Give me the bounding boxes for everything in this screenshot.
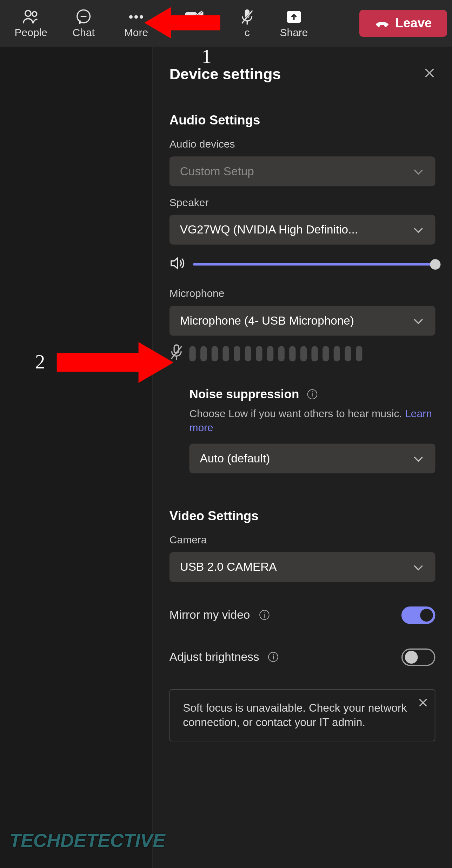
camera-label: Camera <box>170 534 436 546</box>
info-icon[interactable]: i <box>307 389 317 399</box>
speaker-value: VG27WQ (NVIDIA High Definitio... <box>180 223 358 236</box>
chat-label: Chat <box>72 27 94 39</box>
close-panel-button[interactable] <box>424 67 435 82</box>
left-empty-area <box>0 47 153 868</box>
chevron-down-icon <box>413 560 425 574</box>
chat-icon <box>75 8 92 25</box>
noise-suppression-desc: Choose Low if you want others to hear mu… <box>189 407 435 435</box>
chat-button[interactable]: Chat <box>57 8 110 39</box>
watermark: TECHDETECTIVE <box>9 830 165 852</box>
share-button[interactable]: Share <box>268 8 320 39</box>
microphone-label: Microphone <box>170 288 436 300</box>
noise-suppression-title: Noise suppression <box>189 387 299 401</box>
chevron-down-icon <box>413 223 425 236</box>
audio-devices-value: Custom Setup <box>180 165 254 178</box>
adjust-brightness-label: Adjust brightness <box>170 650 259 664</box>
panel-title: Device settings <box>170 65 281 83</box>
speaker-volume-icon <box>170 256 185 273</box>
chevron-down-icon <box>413 165 425 178</box>
device-settings-panel: Device settings Audio Settings Audio dev… <box>153 47 452 868</box>
audio-section-title: Audio Settings <box>170 113 436 128</box>
slider-thumb[interactable] <box>430 259 440 270</box>
noise-suppression-dropdown[interactable]: Auto (default) <box>189 443 435 473</box>
mirror-video-toggle[interactable] <box>401 606 436 624</box>
svg-point-1 <box>32 11 37 16</box>
adjust-brightness-toggle[interactable] <box>401 648 436 666</box>
mic-off-icon <box>241 8 254 25</box>
speaker-dropdown[interactable]: VG27WQ (NVIDIA High Definitio... <box>170 215 436 245</box>
svg-point-0 <box>25 10 31 16</box>
mirror-video-label: Mirror my video <box>170 608 250 622</box>
people-icon <box>22 8 40 25</box>
hangup-icon <box>374 19 390 28</box>
svg-marker-23 <box>57 342 174 383</box>
annotation-label-1: 1 <box>201 46 211 68</box>
leave-button[interactable]: Leave <box>359 10 447 37</box>
noise-suppression-value: Auto (default) <box>200 452 270 465</box>
microphone-dropdown[interactable]: Microphone (4- USB Microphone) <box>170 306 436 335</box>
share-icon <box>286 8 302 25</box>
svg-point-4 <box>129 15 133 18</box>
more-icon <box>128 8 145 25</box>
microphone-value: Microphone (4- USB Microphone) <box>180 314 354 327</box>
audio-devices-dropdown[interactable]: Custom Setup <box>170 156 436 186</box>
annotation-label-2: 2 <box>35 351 45 373</box>
mic-level-meter <box>189 346 362 361</box>
camera-value: USB 2.0 CAMERA <box>180 560 277 574</box>
meeting-top-toolbar: People Chat More <box>0 0 452 47</box>
dismiss-alert-button[interactable] <box>418 697 428 711</box>
speaker-label: Speaker <box>170 197 436 209</box>
chevron-down-icon <box>413 314 425 327</box>
svg-point-5 <box>134 15 138 18</box>
people-button[interactable]: People <box>5 8 57 39</box>
svg-point-6 <box>140 15 143 18</box>
mic-label-fragment: c <box>245 27 250 39</box>
annotation-arrow-2 <box>57 340 174 385</box>
people-label: People <box>15 27 47 39</box>
info-icon[interactable]: i <box>259 610 269 620</box>
soft-focus-alert: Soft focus is unavailable. Check your ne… <box>170 689 436 741</box>
info-icon[interactable]: i <box>268 652 278 662</box>
share-label: Share <box>280 27 308 39</box>
mic-toggle-button[interactable]: c <box>227 8 268 39</box>
svg-marker-22 <box>144 7 220 39</box>
camera-dropdown[interactable]: USB 2.0 CAMERA <box>170 552 436 582</box>
speaker-volume-slider[interactable] <box>193 263 435 266</box>
leave-label: Leave <box>396 16 432 31</box>
audio-devices-label: Audio devices <box>170 138 436 151</box>
video-section-title: Video Settings <box>170 508 436 523</box>
annotation-arrow-1 <box>144 5 220 41</box>
chevron-down-icon <box>413 452 425 465</box>
